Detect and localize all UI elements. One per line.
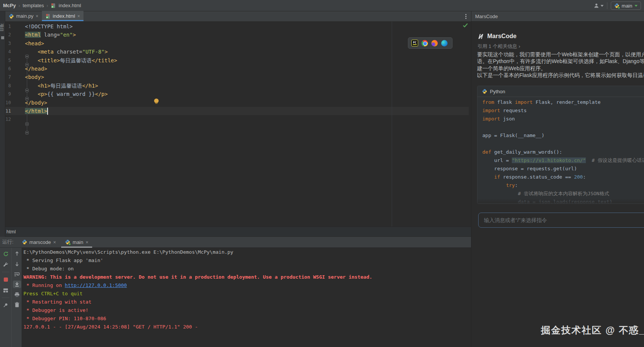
snippet-line <box>482 123 644 131</box>
line-number: 7 <box>5 73 11 81</box>
console-link[interactable]: http://127.0.0.1:5000 <box>65 282 127 288</box>
marscode-logo-icon <box>478 34 484 39</box>
clear-console-trash-button[interactable] <box>13 301 21 308</box>
close-icon[interactable]: × <box>85 239 88 245</box>
chevron-right-icon: › <box>19 3 20 8</box>
code-line: <!DOCTYPE html> <box>25 22 471 31</box>
python-icon <box>65 239 70 245</box>
restore-layout-button[interactable] <box>2 287 10 294</box>
line-number: 1 <box>5 22 11 31</box>
console-line: * Serving Flask app 'main' <box>23 256 471 265</box>
tab-index-html[interactable]: index.html × <box>42 11 83 21</box>
run-configuration-label: main <box>622 3 632 9</box>
line-number: 5 <box>5 56 11 65</box>
next-occurrence-button[interactable] <box>13 260 21 268</box>
navigation-bar: McPy › templates › index.html main <box>0 0 644 11</box>
code-line: <p>{{ warm_word }}</p> <box>25 90 471 98</box>
console-line: E:\PythonDemos\McPy\venv\Scripts\python.… <box>23 248 471 256</box>
close-icon[interactable]: × <box>77 14 80 19</box>
right-margin-guide <box>392 22 392 227</box>
line-number: 4 <box>5 48 11 56</box>
rerun-button[interactable] <box>2 250 10 258</box>
print-button[interactable] <box>13 291 21 298</box>
chevron-right-icon: › <box>46 3 48 8</box>
marscode-message-header: MarsCode <box>478 33 516 40</box>
python-icon <box>9 14 14 19</box>
snippet-line: data = json.loads(response.text) <box>482 198 644 204</box>
user-icon[interactable] <box>593 3 604 9</box>
html-file-icon <box>45 14 51 19</box>
run-tool-window: 运行: marscode × main × <box>0 237 471 347</box>
pycharm-window: McPy › templates › index.html main <box>0 0 644 347</box>
prev-occurrence-button[interactable] <box>13 250 21 258</box>
edge-icon[interactable] <box>441 40 448 46</box>
breadcrumb-file[interactable]: index.html <box>59 3 81 8</box>
snippet-line: # 尝试将响应的文本内容解析为JSON格式 <box>482 190 644 198</box>
code-line: <meta charset="UTF-8"> <box>25 48 471 56</box>
tool-stripe-icon[interactable] <box>1 36 4 39</box>
soft-wrap-button[interactable] <box>13 270 21 278</box>
settings-wrench-button[interactable] <box>2 261 10 268</box>
firefox-icon[interactable] <box>431 40 438 46</box>
code-line: <h1>每日温馨话语</h1> <box>25 82 471 90</box>
browser-preview-toolbar: PC <box>408 37 452 49</box>
code-line <box>25 115 471 123</box>
scroll-to-end-button[interactable] <box>13 281 21 288</box>
console-line: WARNING: This is a development server. D… <box>23 273 471 281</box>
python-icon <box>482 89 487 94</box>
running-indicator <box>68 243 71 245</box>
snippet-line: try: <box>482 181 644 190</box>
snippet-line: def get_daily_warm_words(): <box>482 148 644 156</box>
message-line: 建一个简单的Web应用程序。 <box>477 65 644 72</box>
code-line: <body> <box>25 73 471 81</box>
code-block-header: Python <box>477 86 644 97</box>
project-tool-button[interactable]: 项目 <box>0 23 5 32</box>
breadcrumb: McPy › templates › index.html <box>3 3 81 8</box>
code-line: </body> <box>25 99 471 107</box>
tab-main-py[interactable]: main.py × <box>5 11 42 21</box>
watermark: 掘金技术社区 @ 不惑_ <box>541 324 644 336</box>
pin-button[interactable] <box>2 301 10 309</box>
line-number-gutter: 123456789101112 <box>5 22 11 124</box>
snippet-line: response = requests.get(url) <box>482 165 644 173</box>
console-line: * Debugger PIN: 110-870-086 <box>23 315 471 323</box>
topbar-actions: main <box>593 0 641 11</box>
run-tab-marscode[interactable]: marscode × <box>18 237 60 248</box>
close-icon[interactable]: × <box>36 14 39 19</box>
console-line: * Restarting with stat <box>23 298 471 306</box>
line-number: 3 <box>5 39 11 48</box>
pycharm-preview-icon[interactable]: PC <box>411 40 418 46</box>
line-number: 10 <box>5 99 11 107</box>
run-tab-bar: 运行: marscode × main × <box>0 237 471 248</box>
chrome-icon[interactable] <box>422 40 428 46</box>
tab-label: index.html <box>53 13 75 19</box>
stop-button[interactable] <box>2 276 10 283</box>
reference-link[interactable]: 引用 1 个相关信息 › <box>477 43 520 50</box>
tab-options-kebab-icon[interactable] <box>465 14 466 19</box>
code-line: </head> <box>25 65 471 73</box>
line-number: 2 <box>5 31 11 39</box>
editor-breadcrumb-bar: html <box>5 227 471 237</box>
assistant-message-text: 要实现这个功能，我们需要使用一个Web框架来创建一个页面，以便用户可以看到每日温… <box>477 51 644 79</box>
breadcrumb-project[interactable]: McPy <box>3 3 16 8</box>
console-line: 127.0.0.1 - - [27/Aug/2024 14:25:08] "GE… <box>23 323 471 331</box>
console-line: * Debugger is active! <box>23 306 471 315</box>
close-icon[interactable]: × <box>53 239 56 245</box>
code-editor[interactable]: 123456789101112 <!DOCTYPE html><html lan… <box>5 22 471 227</box>
snippet-line: if response.status_code == 200: <box>482 173 644 181</box>
editor-tab-bar: main.py × index.html × <box>5 11 471 22</box>
html-file-icon <box>51 3 56 8</box>
intention-bulb-icon[interactable] <box>154 99 159 103</box>
chevron-down-icon <box>601 5 604 7</box>
snippet-line: url = "https://v1.hitokoto.cn/" # 假设这是提供… <box>482 156 644 165</box>
chat-input[interactable] <box>478 213 644 228</box>
breadcrumb-html[interactable]: html <box>6 229 16 234</box>
code-line: <html lang="en"> <box>25 31 471 39</box>
breadcrumb-folder[interactable]: templates <box>23 3 44 8</box>
run-tab-main[interactable]: main × <box>61 237 92 248</box>
inspections-ok-icon[interactable] <box>463 23 468 29</box>
run-configuration-selector[interactable]: main <box>611 2 641 10</box>
run-console-output[interactable]: E:\PythonDemos\McPy\venv\Scripts\python.… <box>22 248 471 347</box>
run-tab-label: main <box>73 239 83 245</box>
code-snippet-content: from flask import Flask, render_template… <box>482 98 644 204</box>
